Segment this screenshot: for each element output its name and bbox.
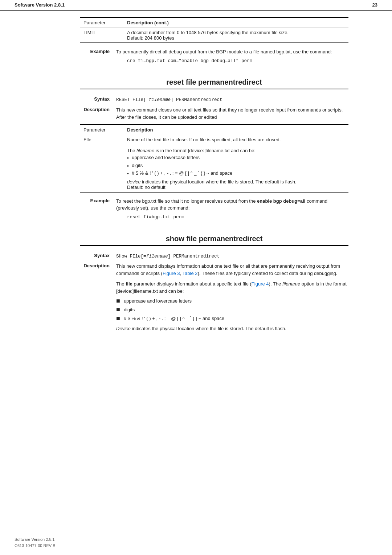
syntax2-content: SHow FIle[=filename] PERManentredirect [116, 252, 348, 260]
table1-col1-header: Parameter [80, 17, 123, 28]
syntax2-code-italic: filename [146, 254, 168, 259]
list-item: •uppercase and lowercase letters [127, 155, 345, 162]
example2-code: reset fi=bgp.txt perm [127, 214, 348, 221]
table1-col2-header: Description (cont.) [123, 17, 348, 28]
table1-param: LIMIT [80, 28, 123, 43]
table2-bullets: •uppercase and lowercase letters •digits… [127, 155, 345, 178]
syntax2-code-prefix: SHow FIle[= [116, 254, 146, 259]
description1-content: This new command closes one or all text … [116, 106, 348, 121]
example1-content: To permanently direct all debug output f… [116, 48, 348, 68]
header: Software Version 2.8.1 23 [0, 0, 392, 11]
list-item: ■# $ % & ! ' ( ) + , - . ; = @ [ ] ^ _ `… [116, 315, 348, 322]
param-table2: Parameter Description FIle Name of the t… [80, 124, 348, 193]
list-item: •# $ % & ! ' ( ) + , - . ; = @ [ ] ^ _ `… [127, 170, 345, 178]
description1-row: Description This new command closes one … [80, 106, 348, 121]
syntax2-row: Syntax SHow FIle[=filename] PERManentred… [80, 252, 348, 260]
desc2-bullets: ■uppercase and lowercase letters ■digits… [116, 297, 348, 322]
example2-content: To reset the bgp.txt file so that it no … [116, 198, 348, 224]
description2-label: Description [80, 263, 116, 332]
list-item: ■digits [116, 306, 348, 313]
footer-line1: Software Version 2.8.1 [15, 536, 56, 543]
desc2-device: Device indicates the physical location w… [116, 325, 348, 332]
header-page: 23 [372, 2, 377, 8]
syntax2-code-suffix: ] PERManentredirect [168, 254, 220, 259]
desc2-para1: This new command displays information ab… [116, 263, 348, 277]
syntax1-code-italic: filename [149, 97, 171, 102]
main-content: Parameter Description (cont.) LIMIT A de… [0, 11, 392, 346]
description2-row: Description This new command displays in… [80, 263, 348, 332]
syntax1-code-prefix: RESET FIle[= [116, 97, 149, 102]
example2-label: Example [80, 198, 116, 224]
example1-row: Example To permanently direct all debug … [80, 48, 348, 68]
table2-link[interactable]: Table 2 [183, 271, 198, 276]
syntax1-label: Syntax [80, 96, 116, 104]
footer-line2: C613-10477-00 REV B [15, 543, 56, 549]
table2-desc: Name of the text file to close. If no fi… [123, 135, 348, 192]
continuation-table: Parameter Description (cont.) LIMIT A de… [80, 17, 348, 43]
example1-label: Example [80, 48, 116, 68]
table2-param: FIle [80, 135, 123, 192]
description2-content: This new command displays information ab… [116, 263, 348, 332]
syntax2-label: Syntax [80, 252, 116, 260]
table2-col1-header: Parameter [80, 125, 123, 135]
syntax1-row: Syntax RESET FIle[=filename] PERManentre… [80, 96, 348, 104]
example2-row: Example To reset the bgp.txt file so tha… [80, 198, 348, 224]
list-item: ■uppercase and lowercase letters [116, 297, 348, 305]
header-title: Software Version 2.8.1 [15, 2, 65, 8]
example1-code: cre fi=bgp.txt com="enable bgp debug=all… [127, 58, 348, 65]
footer: Software Version 2.8.1 C613-10477-00 REV… [15, 536, 56, 548]
figure3-link[interactable]: Figure 3 [163, 271, 180, 276]
table-row: LIMIT A decimal number from 0 to 1048 57… [80, 28, 348, 43]
figure4-link[interactable]: Figure 4 [252, 281, 269, 287]
table1-desc: A decimal number from 0 to 1048 576 byte… [123, 28, 348, 43]
section1-heading: reset file permanentredirect [80, 78, 348, 89]
table2-col2-header: Description [123, 125, 348, 135]
desc2-para2: The file parameter displays information … [116, 280, 348, 295]
list-item: •digits [127, 163, 345, 170]
section2-heading: show file permanentredirect [80, 235, 348, 246]
table-row: FIle Name of the text file to close. If … [80, 135, 348, 192]
description1-label: Description [80, 106, 116, 121]
syntax1-content: RESET FIle[=filename] PERManentredirect [116, 96, 348, 104]
syntax1-code-suffix: ] PERManentredirect [171, 97, 222, 102]
